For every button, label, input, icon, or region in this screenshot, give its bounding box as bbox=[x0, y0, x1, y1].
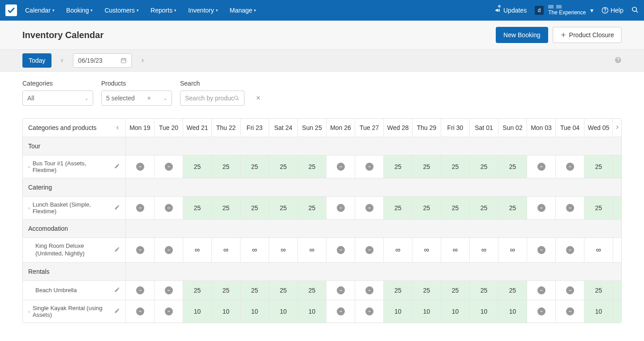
app-logo[interactable] bbox=[5, 4, 17, 16]
inventory-cell[interactable]: 25 bbox=[412, 155, 441, 178]
updates-link[interactable]: Updates bbox=[494, 7, 527, 14]
inventory-cell[interactable]: 10 bbox=[441, 300, 470, 323]
edit-product-button[interactable] bbox=[114, 308, 120, 315]
date-header-cell[interactable]: Sat 01 bbox=[470, 119, 498, 137]
clear-filters-button[interactable]: × bbox=[253, 91, 264, 106]
inventory-cell[interactable] bbox=[355, 238, 384, 262]
inventory-cell[interactable]: ∞ bbox=[441, 238, 470, 262]
inventory-cell[interactable] bbox=[326, 197, 355, 219]
inventory-cell[interactable]: 25 bbox=[298, 197, 326, 219]
date-header-cell[interactable]: Sun 02 bbox=[498, 119, 527, 137]
inventory-cell[interactable] bbox=[155, 155, 183, 178]
inventory-cell[interactable] bbox=[326, 238, 355, 262]
inventory-cell[interactable] bbox=[355, 155, 384, 178]
inventory-cell[interactable]: 25 bbox=[441, 197, 470, 219]
inventory-cell[interactable] bbox=[527, 197, 556, 219]
inventory-cell[interactable]: 25 bbox=[240, 155, 269, 178]
inventory-cell[interactable]: 25 bbox=[470, 281, 498, 300]
inventory-cell[interactable]: 10 bbox=[384, 300, 412, 323]
inventory-cell[interactable]: 25 bbox=[470, 155, 498, 178]
inventory-cell[interactable]: 25 bbox=[384, 155, 412, 178]
product-label-cell[interactable]: King Room Deluxe (Unlimited, Nightly) bbox=[23, 238, 126, 262]
inventory-cell[interactable]: 25 bbox=[269, 197, 298, 219]
inventory-cell[interactable]: 10 bbox=[183, 300, 212, 323]
inventory-cell[interactable]: 10 bbox=[412, 300, 441, 323]
date-header-cell[interactable]: Fri 23 bbox=[240, 119, 269, 137]
inventory-cell[interactable]: 25 bbox=[498, 281, 527, 300]
inventory-cell[interactable]: ∞ bbox=[412, 238, 441, 262]
nav-item-inventory[interactable]: Inventory▾ bbox=[188, 7, 218, 14]
date-header-cell[interactable]: Thu 29 bbox=[412, 119, 441, 137]
inventory-cell[interactable]: 25 bbox=[298, 155, 326, 178]
inventory-cell[interactable] bbox=[126, 281, 155, 300]
inventory-cell[interactable] bbox=[126, 238, 155, 262]
date-header-cell[interactable]: Tue 04 bbox=[556, 119, 584, 137]
edit-product-button[interactable] bbox=[114, 163, 120, 170]
inventory-cell[interactable]: ∞ bbox=[240, 238, 269, 262]
inventory-cell[interactable]: ∞ bbox=[384, 238, 412, 262]
inventory-cell[interactable] bbox=[326, 155, 355, 178]
inventory-cell[interactable]: 25 bbox=[384, 197, 412, 219]
inventory-cell[interactable] bbox=[556, 155, 584, 178]
global-search-button[interactable] bbox=[631, 6, 639, 15]
inventory-cell[interactable] bbox=[155, 197, 183, 219]
inventory-cell[interactable] bbox=[556, 281, 584, 300]
inventory-cell[interactable]: 25 bbox=[498, 197, 527, 219]
product-label-cell[interactable]: Beach Umbrella bbox=[23, 281, 126, 300]
inventory-cell[interactable] bbox=[613, 155, 622, 178]
nav-item-reports[interactable]: Reports▾ bbox=[150, 7, 176, 14]
date-header-cell[interactable]: Sat 24 bbox=[269, 119, 298, 137]
product-label-cell[interactable]: ›Bus Tour #1 (Assets, Flextime) bbox=[23, 155, 126, 178]
inventory-cell[interactable] bbox=[326, 300, 355, 323]
inventory-cell[interactable] bbox=[355, 197, 384, 219]
clear-products-button[interactable]: × bbox=[146, 95, 153, 102]
inventory-cell[interactable] bbox=[126, 155, 155, 178]
inventory-cell[interactable]: 10 bbox=[584, 300, 613, 323]
date-header-cell[interactable]: Wed 05 bbox=[584, 119, 613, 137]
inventory-cell[interactable]: 25 bbox=[498, 155, 527, 178]
inventory-cell[interactable]: ∞ bbox=[470, 238, 498, 262]
date-header-cell[interactable]: Tue 20 bbox=[155, 119, 183, 137]
date-header-cell[interactable]: Tue 27 bbox=[355, 119, 384, 137]
inventory-cell[interactable] bbox=[126, 197, 155, 219]
product-closure-button[interactable]: Product Closure bbox=[553, 27, 622, 43]
product-label-cell[interactable]: ›Single Kayak Rental (using Assets) bbox=[23, 300, 126, 323]
account-switcher[interactable]: d The Experience ▾ bbox=[535, 5, 593, 16]
inventory-cell[interactable]: 25 bbox=[584, 197, 613, 219]
expand-product-icon[interactable]: › bbox=[28, 309, 30, 314]
inventory-cell[interactable]: 25 bbox=[183, 155, 212, 178]
inventory-cell[interactable] bbox=[613, 197, 622, 219]
inventory-cell[interactable] bbox=[527, 238, 556, 262]
inventory-cell[interactable]: 25 bbox=[441, 281, 470, 300]
next-period-button[interactable] bbox=[136, 54, 149, 67]
inventory-cell[interactable]: 25 bbox=[412, 197, 441, 219]
inventory-cell[interactable] bbox=[527, 281, 556, 300]
inventory-cell[interactable]: 10 bbox=[498, 300, 527, 323]
inventory-cell[interactable]: ∞ bbox=[584, 238, 613, 262]
new-booking-button[interactable]: New Booking bbox=[496, 27, 548, 43]
inventory-cell[interactable]: 25 bbox=[470, 197, 498, 219]
inventory-cell[interactable]: 25 bbox=[584, 281, 613, 300]
inventory-cell[interactable]: 25 bbox=[298, 281, 326, 300]
inventory-cell[interactable]: 25 bbox=[183, 197, 212, 219]
inventory-cell[interactable]: 25 bbox=[240, 197, 269, 219]
date-header-cell[interactable]: Sun 25 bbox=[298, 119, 326, 137]
inventory-cell[interactable]: 25 bbox=[584, 155, 613, 178]
inventory-cell[interactable]: 25 bbox=[183, 281, 212, 300]
nav-item-manage[interactable]: Manage▾ bbox=[230, 7, 257, 14]
expand-product-icon[interactable]: › bbox=[28, 205, 30, 211]
toolbar-help-button[interactable] bbox=[614, 56, 622, 65]
inventory-cell[interactable] bbox=[556, 300, 584, 323]
inventory-cell[interactable] bbox=[613, 300, 622, 323]
edit-product-button[interactable] bbox=[114, 246, 120, 254]
edit-product-button[interactable] bbox=[114, 204, 120, 212]
date-header-cell[interactable]: Mon 19 bbox=[126, 119, 155, 137]
nav-item-calendar[interactable]: Calendar▾ bbox=[25, 7, 55, 14]
inventory-cell[interactable]: ∞ bbox=[183, 238, 212, 262]
nav-item-booking[interactable]: Booking▾ bbox=[66, 7, 93, 14]
inventory-cell[interactable]: 10 bbox=[470, 300, 498, 323]
date-header-cell[interactable]: Thu 22 bbox=[212, 119, 240, 137]
inventory-cell[interactable]: 10 bbox=[269, 300, 298, 323]
inventory-cell[interactable]: 25 bbox=[212, 281, 240, 300]
date-header-cell[interactable]: Mon 26 bbox=[326, 119, 355, 137]
